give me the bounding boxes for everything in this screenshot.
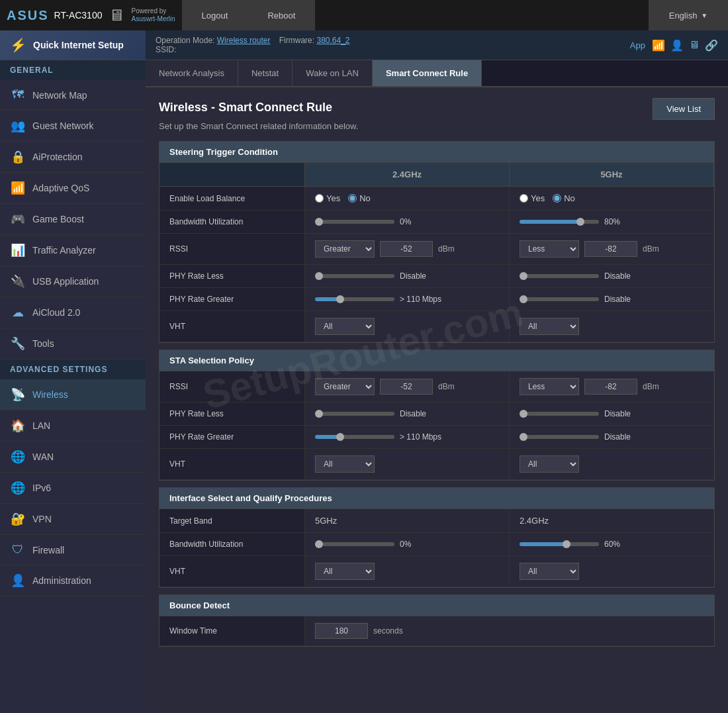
lb-5-yes-radio[interactable] <box>520 194 528 203</box>
bw-24-slider-wrap: 0% <box>315 217 499 226</box>
interface-section-title: Interface Select and Qualify Procedures <box>159 488 714 508</box>
ssid-label: SSID: <box>156 45 176 54</box>
traffic-analyzer-icon: 📊 <box>10 243 26 258</box>
usb-application-icon: 🔌 <box>10 274 26 289</box>
bw-iface-5-slider[interactable] <box>315 542 394 546</box>
rssi-sta-5-input[interactable] <box>584 379 637 395</box>
wireless-icon: 📡 <box>10 387 26 402</box>
view-list-button[interactable]: View List <box>653 98 715 120</box>
sidebar-item-ipv6[interactable]: 🌐 IPv6 <box>0 473 146 504</box>
phy-greater-sta-5-slider[interactable] <box>520 435 599 439</box>
vht-iface-5-select[interactable]: AllEnableDisable <box>315 563 375 580</box>
rssi-5-input[interactable] <box>584 241 637 257</box>
bw-24-cell: 0% <box>305 211 510 234</box>
operation-mode-value[interactable]: Wireless router <box>217 36 271 45</box>
phy-greater-24-cell: > 110 Mbps <box>305 288 510 311</box>
phy-greater-5-slider[interactable] <box>520 297 599 301</box>
quick-setup-item[interactable]: ⚡ Quick Internet Setup <box>0 30 146 60</box>
language-button[interactable]: English <box>649 0 728 30</box>
sidebar-item-adaptive-qos[interactable]: 📶 Adaptive QoS <box>0 173 146 204</box>
sidebar-item-traffic-analyzer[interactable]: 📊 Traffic Analyzer <box>0 235 146 266</box>
lb-24-no-radio[interactable] <box>348 194 357 203</box>
phy-less-sta-5-slider[interactable] <box>520 412 599 416</box>
sidebar-item-guest-network[interactable]: 👥 Guest Network <box>0 111 146 142</box>
phy-less-5-slider[interactable] <box>520 274 599 278</box>
phy-less-sta-5-wrap: Disable <box>520 409 704 418</box>
sidebar-item-label: WAN <box>32 452 54 462</box>
sidebar-item-wireless[interactable]: 📡 Wireless <box>0 379 146 410</box>
vht-sta-24-select[interactable]: AllEnableDisable <box>315 455 375 473</box>
rssi-sta-5-cell: LessGreaterEqual dBm <box>510 371 714 403</box>
rssi-24-op-select[interactable]: GreaterLessEqual <box>315 240 375 258</box>
page-content: Wireless - Smart Connect Rule View List … <box>146 87 728 667</box>
rssi-sta-24-unit: dBm <box>438 382 455 391</box>
vht-iface-24-select[interactable]: AllEnableDisable <box>520 563 579 580</box>
asus-logo: ASUS <box>7 8 49 23</box>
phy-greater-5-val: Disable <box>604 295 631 304</box>
vht-5-cell: AllEnableDisable <box>510 311 714 342</box>
sidebar-item-firewall[interactable]: 🛡 Firewall <box>0 535 146 565</box>
sidebar-item-vpn[interactable]: 🔐 VPN <box>0 504 146 535</box>
tab-smart-connect-rule[interactable]: Smart Connect Rule <box>373 60 482 86</box>
users-icon: 👤 <box>670 39 684 52</box>
rssi-sta-24-op-select[interactable]: GreaterLessEqual <box>315 378 375 395</box>
sidebar-item-network-map[interactable]: 🗺 Network Map <box>0 80 146 111</box>
reboot-button[interactable]: Reboot <box>248 0 315 30</box>
bw-24-slider[interactable] <box>315 220 394 224</box>
sidebar-item-tools[interactable]: 🔧 Tools <box>0 328 146 359</box>
vht-24-select[interactable]: AllEnableDisable <box>315 318 375 335</box>
phy-greater-sta-5-val: Disable <box>604 432 631 442</box>
sidebar-item-label: Traffic Analyzer <box>32 245 96 256</box>
firmware-value[interactable]: 380.64_2 <box>316 36 349 45</box>
bw-5-slider[interactable] <box>520 220 599 224</box>
rssi-5-op-select[interactable]: LessGreaterEqual <box>520 240 579 258</box>
aicloud-icon: ☁ <box>10 305 26 320</box>
sidebar-item-aicloud[interactable]: ☁ AiCloud 2.0 <box>0 297 146 328</box>
sidebar-item-administration[interactable]: 👤 Administration <box>0 565 146 596</box>
rssi-sta-24-input[interactable] <box>380 379 433 395</box>
rssi-steering-label: RSSI <box>159 234 305 265</box>
tab-wake-on-lan[interactable]: Wake on LAN <box>293 60 373 86</box>
phy-less-sta-24-wrap: Disable <box>315 409 499 418</box>
sidebar-item-usb-application[interactable]: 🔌 USB Application <box>0 266 146 297</box>
lb-24-no-label[interactable]: No <box>348 193 371 203</box>
sidebar-item-wan[interactable]: 🌐 WAN <box>0 442 146 473</box>
phy-less-sta-24-slider[interactable] <box>315 412 394 416</box>
sidebar-item-game-boost[interactable]: 🎮 Game Boost <box>0 204 146 235</box>
enable-lb-label: Enable Load Balance <box>159 187 305 211</box>
rssi-24-input[interactable] <box>380 241 433 257</box>
logout-button[interactable]: Logout <box>182 0 248 30</box>
sidebar-item-label: Guest Network <box>32 120 94 131</box>
tab-netstat[interactable]: Netstat <box>238 60 293 86</box>
lb-24-yes-radio[interactable] <box>315 194 324 203</box>
phy-greater-24-slider[interactable] <box>315 297 394 301</box>
phy-less-sta-24-cell: Disable <box>305 403 510 426</box>
lb-24-yes-label[interactable]: Yes <box>315 193 340 203</box>
sidebar-item-aiprotection[interactable]: 🔒 AiProtection <box>0 142 146 173</box>
lb-5-no-radio[interactable] <box>553 194 561 203</box>
rssi-sta-5-op-select[interactable]: LessGreaterEqual <box>520 378 579 395</box>
grid-header-24ghz: 2.4GHz <box>305 163 510 187</box>
target-24-val: 2.4GHz <box>520 516 549 526</box>
page-title: Wireless - Smart Connect Rule <box>159 101 715 115</box>
phy-greater-sta-24-slider[interactable] <box>315 435 394 439</box>
ipv6-icon: 🌐 <box>10 481 26 495</box>
lb-5-yes-label[interactable]: Yes <box>520 193 545 203</box>
info-right: App 📶 👤 🖥 🔗 <box>630 39 718 52</box>
window-time-label: Window Time <box>159 616 305 646</box>
quick-setup-label: Quick Internet Setup <box>33 40 124 50</box>
network-map-icon: 🗺 <box>10 88 26 102</box>
monitor-icon: 🖥 <box>689 39 700 52</box>
lb-5-no-label[interactable]: No <box>553 193 575 203</box>
phy-less-24-slider[interactable] <box>315 274 394 278</box>
vht-5-select[interactable]: AllEnableDisable <box>520 318 579 335</box>
sidebar-item-lan[interactable]: 🏠 LAN <box>0 410 146 442</box>
phy-less-sta-5-cell: Disable <box>510 403 714 426</box>
vht-sta-5-select[interactable]: AllEnableDisable <box>520 455 579 473</box>
vht-sta-24-cell: AllEnableDisable <box>305 449 510 480</box>
window-time-input[interactable] <box>315 623 368 639</box>
bw-iface-24-slider[interactable] <box>520 542 599 546</box>
phy-greater-sta-24-cell: > 110 Mbps <box>305 426 510 449</box>
phy-less-steering-label: PHY Rate Less <box>159 265 305 288</box>
tab-network-analysis[interactable]: Network Analysis <box>146 60 238 86</box>
